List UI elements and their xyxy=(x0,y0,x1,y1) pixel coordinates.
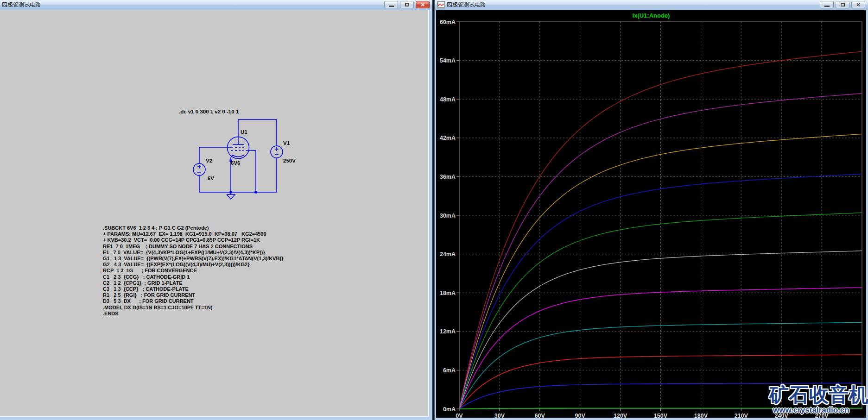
tube-value-label[interactable]: 6V6 xyxy=(231,160,240,166)
waveform-trace[interactable] xyxy=(459,94,862,409)
maximize-button[interactable] xyxy=(836,1,849,8)
waveform-window-titlebar[interactable]: 四极管测试电路 ✕ xyxy=(435,0,868,10)
schematic-window-title: 四极管测试电路 xyxy=(0,1,41,9)
v1-refdes-label[interactable]: V1 xyxy=(283,140,290,146)
minimize-button[interactable] xyxy=(384,1,398,8)
schematic-window-titlebar[interactable]: 四极管测试电路 ✕ xyxy=(0,0,432,10)
y-tick-label[interactable]: 54mA xyxy=(440,57,456,64)
close-button[interactable]: ✕ xyxy=(851,1,865,8)
minimize-icon xyxy=(389,6,394,7)
maximize-icon xyxy=(405,3,409,6)
v2-refdes-label[interactable]: V2 xyxy=(206,158,212,163)
minimize-button[interactable] xyxy=(820,1,834,8)
maximize-button[interactable] xyxy=(400,1,414,8)
minimize-icon xyxy=(824,6,830,7)
wires[interactable] xyxy=(199,119,277,192)
watermark: 矿石收音机 www.crystalradio.cn xyxy=(769,384,868,415)
y-tick-label[interactable]: 60mA xyxy=(440,19,456,25)
y-tick-label[interactable]: 36mA xyxy=(440,174,456,180)
maximize-icon xyxy=(841,3,845,6)
subckt-netlist-text[interactable]: .SUBCKT 6V6 1 2 3 4 ; P G1 C G2 (Pentode… xyxy=(103,225,283,317)
v2-source-symbol[interactable] xyxy=(193,163,205,176)
v2-value-label[interactable]: -6V xyxy=(206,176,214,181)
watermark-site-url: www.crystalradio.cn xyxy=(773,406,868,415)
x-tick-label[interactable]: 30V xyxy=(494,413,505,418)
y-tick-label[interactable]: 0mA xyxy=(443,406,456,413)
circuit-drawing[interactable] xyxy=(0,10,429,417)
y-tick-label[interactable]: 24mA xyxy=(440,251,456,257)
schematic-canvas[interactable]: .dc v1 0 300 1 v2 0 -10 1 U1 6V6 V1 250V… xyxy=(0,10,429,417)
waveform-window: 四极管测试电路 ✕ Ix(U1:Anode) 0mA6mA12mA18mA24m… xyxy=(434,0,868,420)
y-tick-label[interactable]: 30mA xyxy=(440,213,456,219)
x-tick-label[interactable]: 120V xyxy=(614,413,627,418)
v1-value-label[interactable]: 250V xyxy=(283,158,296,163)
close-button[interactable]: ✕ xyxy=(416,1,430,8)
watermark-site-name: 矿石收音机 xyxy=(769,384,868,406)
x-tick-label[interactable]: 90V xyxy=(575,413,586,418)
tube-refdes-label[interactable]: U1 xyxy=(241,129,247,135)
x-tick-label[interactable]: 180V xyxy=(694,413,708,418)
y-tick-label[interactable]: 12mA xyxy=(440,328,456,335)
waveform-plot[interactable]: 0mA6mA12mA18mA24mA30mA36mA42mA48mA54mA60… xyxy=(436,10,866,418)
waveform-icon xyxy=(437,1,445,8)
dc-directive-text[interactable]: .dc v1 0 300 1 v2 0 -10 1 xyxy=(179,109,239,114)
close-icon: ✕ xyxy=(420,2,424,7)
y-tick-label[interactable]: 6mA xyxy=(443,367,456,374)
schematic-window: 四极管测试电路 ✕ xyxy=(0,0,432,420)
waveform-window-title: 四极管测试电路 xyxy=(445,1,486,9)
x-tick-label[interactable]: 60V xyxy=(535,413,545,418)
close-icon: ✕ xyxy=(856,2,860,7)
x-tick-label[interactable]: 0V xyxy=(456,413,463,418)
y-tick-label[interactable]: 18mA xyxy=(440,290,456,296)
y-tick-label[interactable]: 42mA xyxy=(440,135,456,141)
desktop: { "left_window": { "title": "四极管测试电路", "… xyxy=(0,0,868,420)
x-tick-label[interactable]: 210V xyxy=(735,413,748,418)
x-tick-label[interactable]: 150V xyxy=(654,413,668,418)
y-tick-label[interactable]: 48mA xyxy=(440,96,456,103)
v1-source-symbol[interactable] xyxy=(271,146,283,158)
waveform-plot-pane: Ix(U1:Anode) 0mA6mA12mA18mA24mA30mA36mA4… xyxy=(436,10,866,418)
